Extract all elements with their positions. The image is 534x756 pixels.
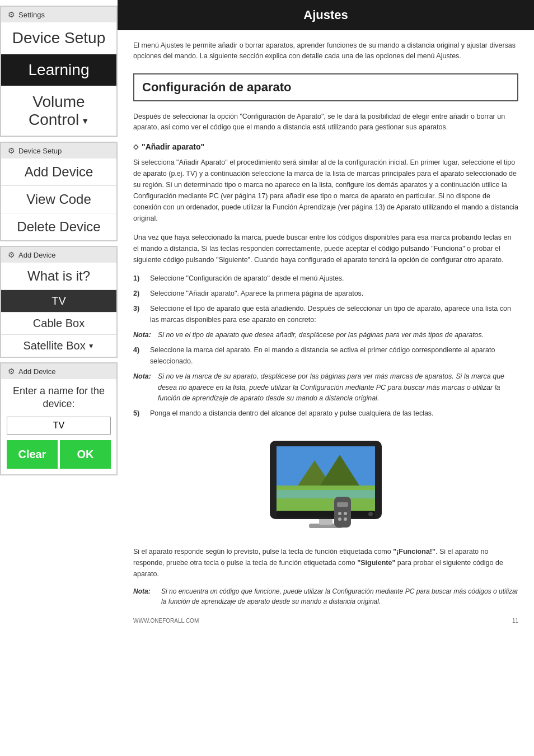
sidebar-section-device-setup-label: Device Setup	[18, 147, 62, 155]
sidebar-item-view-code[interactable]: View Code	[1, 186, 116, 213]
sidebar-item-satellite-box[interactable]: Satellite Box ▼	[1, 335, 116, 357]
note-2: Nota: Si no ve la marca de su aparato, d…	[133, 371, 518, 404]
footer-url: WWW.ONEFORALL.COM	[133, 618, 199, 624]
sidebar-item-volume-control[interactable]: Volume Control	[1, 86, 116, 136]
sidebar-group-add-device: ⚙ Add Device What is it? TV Cable Box Sa…	[0, 246, 118, 358]
page-footer: WWW.ONEFORALL.COM 11	[133, 618, 518, 624]
bottom-buttons: Clear OK	[7, 440, 111, 469]
sidebar-section-device-setup: ⚙ Device Setup	[1, 143, 116, 158]
sidebar-group-settings: ⚙ Settings Device Setup Learning Volume …	[0, 6, 118, 137]
svg-point-16	[344, 517, 347, 521]
main-desc-2: Una vez que haya seleccionado la marca, …	[133, 232, 518, 265]
sidebar-section-name-device: ⚙ Add Device	[1, 363, 116, 379]
section-title-box: Configuración de aparato	[133, 73, 518, 101]
sidebar-item-add-device[interactable]: Add Device	[1, 158, 116, 186]
sidebar-group-device-setup: ⚙ Device Setup Add Device View Code Dele…	[0, 142, 118, 241]
sidebar-group-name-device: ⚙ Add Device Enter a name for the device…	[0, 362, 118, 475]
sidebar-item-device-setup[interactable]: Device Setup	[1, 22, 116, 54]
section-title: Configuración de aparato	[142, 80, 509, 95]
ok-button[interactable]: OK	[60, 440, 111, 469]
page-title: Ajustes	[118, 0, 534, 30]
svg-point-13	[338, 512, 341, 515]
gear-icon-2: ⚙	[8, 146, 15, 155]
sidebar-item-cable-box[interactable]: Cable Box	[1, 312, 116, 335]
step-5: 5) Ponga el mando a distancia dentro del…	[133, 408, 518, 419]
svg-rect-8	[277, 490, 375, 498]
footer-text-1: Si el aparato responde según lo previsto…	[133, 546, 518, 580]
svg-rect-9	[277, 511, 375, 517]
svg-point-15	[338, 517, 341, 521]
gear-icon: ⚙	[8, 10, 15, 19]
sidebar-section-settings: ⚙ Settings	[1, 7, 116, 22]
device-name-input[interactable]	[7, 417, 111, 435]
gear-icon-3: ⚙	[8, 250, 15, 259]
svg-rect-12	[337, 502, 348, 507]
main-content: Ajustes El menú Ajustes le permite añadi…	[118, 0, 534, 756]
intro-text: El menú Ajustes le permite añadir o borr…	[133, 40, 518, 62]
step-1: 1) Seleccione "Configuración de aparato"…	[133, 273, 518, 284]
tv-image-container	[133, 430, 518, 536]
sidebar-section-name-device-label: Add Device	[18, 367, 55, 376]
sidebar-section-add-device: ⚙ Add Device	[1, 247, 116, 263]
sidebar-section-add-device-label: Add Device	[18, 251, 55, 259]
svg-rect-5	[277, 486, 375, 512]
svg-point-10	[368, 512, 373, 516]
sidebar-item-what-is-it[interactable]: What is it?	[1, 263, 116, 290]
sidebar-item-tv[interactable]: TV	[1, 290, 116, 312]
step-2: 2) Seleccione "Añadir aparato". Aparece …	[133, 288, 518, 299]
tv-illustration	[253, 430, 399, 536]
step-4: 4) Seleccione la marca del aparato. En e…	[133, 345, 518, 367]
note-final: Nota: Si no encuentra un código que func…	[133, 586, 518, 606]
main-desc-1: Si selecciona "Añadir Aparato" el proced…	[133, 157, 518, 224]
gear-icon-4: ⚙	[8, 367, 15, 376]
section-desc: Después de seleccionar la opción "Config…	[133, 111, 518, 133]
page-number: 11	[512, 618, 518, 624]
svg-rect-11	[334, 497, 351, 528]
sidebar: ⚙ Settings Device Setup Learning Volume …	[0, 0, 118, 756]
note-1: Nota: Si no ve el tipo de aparato que de…	[133, 330, 518, 340]
step-3: 3) Seleccione el tipo de aparato que est…	[133, 304, 518, 325]
sidebar-item-delete-device[interactable]: Delete Device	[1, 213, 116, 240]
subsection-title: "Añadir aparato"	[133, 142, 518, 151]
arrow-down-icon: ▼	[88, 342, 95, 350]
steps-list: 1) Seleccione "Configuración de aparato"…	[133, 273, 518, 419]
device-name-section: Enter a name for the device: Clear OK	[1, 379, 116, 474]
svg-point-14	[344, 512, 347, 515]
sidebar-item-learning[interactable]: Learning	[1, 54, 116, 86]
sidebar-section-settings-label: Settings	[18, 11, 45, 19]
clear-button[interactable]: Clear	[7, 440, 58, 469]
device-name-label: Enter a name for the device:	[7, 385, 111, 411]
